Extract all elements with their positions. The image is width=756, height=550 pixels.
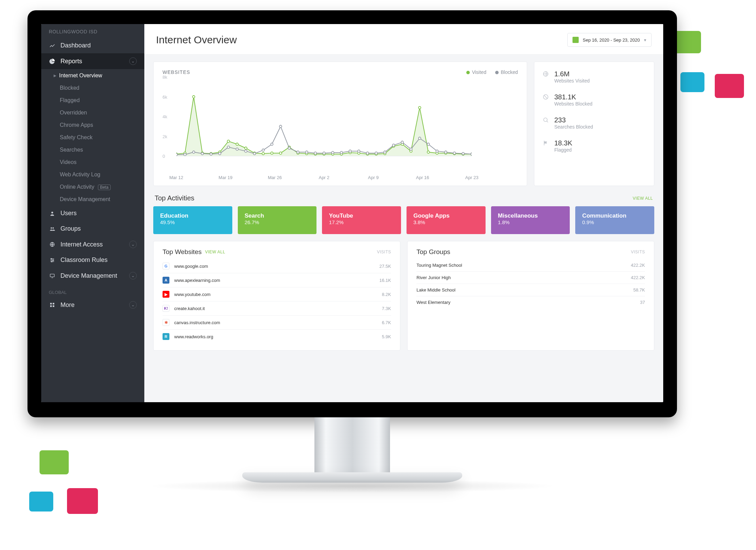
activity-tile[interactable]: YouTube17.2% [322, 206, 401, 234]
top-websites-title: Top Websites [163, 248, 202, 256]
stats-card: 1.6MWebsites Visited381.1KWebsites Block… [534, 62, 654, 186]
site-visits: 8.2K [382, 292, 391, 297]
site-host: www.readworks.org [174, 334, 213, 339]
sidebar-sub-item[interactable]: Web Activity Log [41, 168, 144, 181]
nav-groups[interactable]: Groups [41, 221, 144, 236]
activity-label: Google Apps [413, 212, 479, 219]
sidebar-sub-item[interactable]: Flagged [41, 94, 144, 107]
svg-point-40 [419, 107, 421, 109]
table-row[interactable]: Rwww.readworks.org5.9K [163, 329, 391, 343]
org-name: ROLLINGWOOD ISD [41, 24, 144, 38]
nav-device-management[interactable]: Device Management ⌄ [41, 268, 144, 284]
sidebar-sub-item[interactable]: Safety Check [41, 131, 144, 144]
svg-point-61 [297, 151, 299, 153]
x-tick-label: Apr 9 [368, 175, 379, 180]
activity-tile[interactable]: Search26.7% [238, 206, 317, 234]
user-icon [49, 210, 56, 217]
nav-reports[interactable]: Reports ⌄ [41, 53, 144, 69]
y-tick-label: 2k [163, 134, 167, 139]
sidebar-sub-item[interactable]: Online Activity Beta [41, 181, 144, 193]
svg-point-19 [236, 143, 238, 145]
stat-label: Websites Blocked [554, 101, 592, 107]
nav-classroom-rules[interactable]: Classroom Rules [41, 252, 144, 268]
column-header-visits: VISITS [377, 250, 391, 254]
nav-dashboard[interactable]: Dashboard [41, 38, 144, 53]
globe-icon [542, 70, 549, 78]
chevron-down-icon: ⌄ [129, 272, 137, 279]
svg-point-76 [427, 143, 430, 145]
table-row[interactable]: ▶www.youtube.com8.2K [163, 287, 391, 301]
sidebar-sub-item[interactable]: Chrome Apps [41, 119, 144, 131]
activity-tile[interactable]: Communication0.9% [575, 206, 654, 234]
svg-point-70 [375, 152, 377, 154]
y-tick-label: 0 [163, 154, 165, 159]
nav-label: Device Management [60, 272, 117, 279]
group-name: River Junior High [416, 275, 451, 280]
calendar-icon [572, 37, 579, 43]
table-row[interactable]: Awww.apexlearning.com16.1K [163, 273, 391, 287]
svg-point-58 [271, 143, 273, 145]
activity-label: Miscellaneous [498, 212, 563, 219]
svg-point-66 [340, 151, 343, 154]
y-tick-label: 8k [163, 75, 167, 80]
stat-value: 381.1K [554, 93, 592, 101]
view-all-websites[interactable]: VIEW ALL [205, 250, 225, 254]
sidebar-sub-item[interactable]: Searches [41, 144, 144, 156]
svg-point-2 [53, 227, 54, 229]
flag-icon [542, 139, 549, 147]
svg-point-0 [51, 211, 53, 213]
chevron-down-icon: ⌄ [129, 301, 137, 309]
site-visits: 16.1K [379, 278, 391, 283]
nav-label: Users [60, 210, 77, 217]
group-icon [49, 226, 56, 232]
page-title: Internet Overview [156, 34, 237, 46]
stat-label: Websites Visited [554, 78, 590, 84]
svg-point-65 [332, 151, 334, 154]
table-row[interactable]: K!create.kahoot.it7.3K [163, 301, 391, 315]
table-row[interactable]: West Elementary37 [416, 296, 645, 308]
svg-point-67 [349, 150, 351, 152]
svg-point-41 [427, 151, 430, 153]
top-groups-title: Top Groups [416, 248, 450, 256]
svg-point-80 [462, 152, 464, 155]
nav-internet-access[interactable]: Internet Access ⌄ [41, 236, 144, 252]
table-row[interactable]: Touring Magnet School422.2K [416, 259, 645, 271]
main-content: Internet Overview Sep 16, 2020 - Sep 23,… [144, 24, 663, 402]
svg-point-85 [544, 118, 547, 122]
top-activities-title: Top Activities [155, 194, 194, 202]
svg-point-53 [227, 146, 230, 148]
y-tick-label: 4k [163, 114, 167, 119]
sidebar-sub-item[interactable]: Overridden [41, 107, 144, 119]
chevron-down-icon: ⌄ [129, 241, 137, 248]
table-row[interactable]: River Junior High422.2K [416, 271, 645, 284]
sidebar-sub-item[interactable]: Videos [41, 156, 144, 168]
sidebar-sub-item[interactable]: ▸Internet Overview [41, 69, 144, 82]
nav-label: Internet Access [60, 241, 103, 248]
table-row[interactable]: Gwww.google.com27.5K [163, 259, 391, 273]
stat-value: 1.6M [554, 70, 590, 78]
svg-point-5 [53, 260, 54, 261]
nav-label: Reports [60, 58, 82, 65]
sidebar-sub-item[interactable]: Blocked [41, 82, 144, 94]
date-range-value: Sep 16, 2020 - Sep 23, 2020 [583, 37, 640, 43]
site-visits: 6.7K [382, 320, 391, 325]
svg-point-18 [227, 140, 230, 142]
group-visits: 422.2K [631, 275, 645, 280]
view-all-activities[interactable]: VIEW ALL [633, 196, 653, 201]
nav-more[interactable]: More ⌄ [41, 297, 144, 313]
grid-icon [49, 301, 56, 308]
x-tick-label: Mar 26 [268, 175, 281, 180]
chevron-down-icon: ▾ [644, 37, 646, 43]
nav-users[interactable]: Users [41, 206, 144, 221]
activity-label: Search [245, 212, 310, 219]
activity-tile[interactable]: Google Apps3.8% [407, 206, 486, 234]
activity-tile[interactable]: Education49.5% [153, 206, 232, 234]
date-range-picker[interactable]: Sep 16, 2020 - Sep 23, 2020 ▾ [567, 33, 652, 47]
svg-point-78 [445, 151, 447, 153]
table-row[interactable]: Lake Middle School58.7K [416, 284, 645, 296]
activity-percent: 49.5% [160, 219, 225, 225]
sidebar-sub-item[interactable]: Device Management [41, 193, 144, 206]
chevron-down-icon: ⌄ [129, 57, 137, 65]
activity-tile[interactable]: Miscellaneous1.8% [491, 206, 570, 234]
table-row[interactable]: ✻canvas.instructure.com6.7K [163, 315, 391, 329]
